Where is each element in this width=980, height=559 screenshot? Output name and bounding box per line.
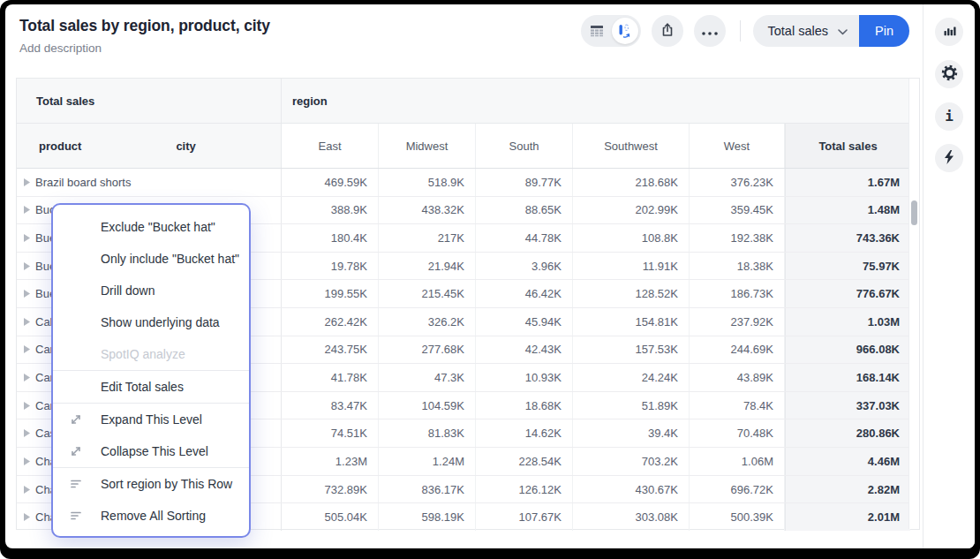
value-cell[interactable]: 277.68K (379, 336, 476, 364)
caret-right-icon[interactable] (24, 457, 30, 465)
caret-right-icon[interactable] (24, 290, 30, 298)
value-cell[interactable]: 388.9K (282, 197, 379, 224)
value-cell[interactable]: 966.08K (785, 336, 910, 364)
value-cell[interactable]: 45.94K (476, 308, 573, 336)
value-cell[interactable]: 430.67K (573, 476, 690, 503)
value-cell[interactable]: 4.46M (785, 448, 910, 475)
value-cell[interactable]: 51.89K (573, 392, 690, 419)
column-header-east[interactable]: East (282, 124, 379, 168)
value-cell[interactable]: 218.68K (573, 169, 690, 196)
value-cell[interactable]: 41.78K (282, 364, 379, 391)
value-cell[interactable]: 1.03M (785, 308, 910, 336)
value-cell[interactable]: 518.9K (379, 169, 476, 196)
value-cell[interactable]: 303.08K (573, 503, 690, 531)
caret-right-icon[interactable] (24, 318, 30, 326)
value-cell[interactable]: 505.04K (282, 503, 379, 531)
value-cell[interactable]: 168.14K (785, 364, 910, 391)
value-cell[interactable]: 88.65K (476, 197, 573, 224)
row-dimension-product[interactable]: product (39, 140, 81, 153)
change-visualization-icon[interactable] (612, 18, 638, 44)
value-cell[interactable]: 128.52K (573, 280, 690, 307)
value-cell[interactable]: 39.4K (573, 419, 690, 447)
scrollbar-thumb[interactable] (911, 200, 917, 225)
value-cell[interactable]: 262.42K (282, 308, 379, 336)
value-cell[interactable]: 10.93K (476, 364, 573, 391)
caret-right-icon[interactable] (24, 206, 30, 214)
menu-item-drill-down[interactable]: Drill down (53, 275, 249, 306)
value-cell[interactable]: 18.68K (476, 392, 573, 419)
info-panel-button[interactable]: i (935, 102, 963, 131)
value-cell[interactable]: 2.01M (785, 503, 910, 531)
value-cell[interactable]: 104.59K (379, 392, 476, 419)
value-cell[interactable]: 228.54K (476, 448, 573, 475)
menu-item-expand-this-level[interactable]: Expand This Level (53, 404, 249, 435)
value-cell[interactable]: 280.86K (785, 419, 910, 447)
value-cell[interactable]: 359.45K (690, 197, 785, 224)
value-cell[interactable]: 44.78K (476, 224, 573, 252)
column-dimension-header[interactable]: region (282, 79, 919, 123)
value-cell[interactable]: 107.67K (476, 503, 573, 531)
menu-item-exclude-bucket-hat[interactable]: Exclude "Bucket hat" (53, 211, 249, 243)
value-cell[interactable]: 154.81K (573, 308, 690, 336)
value-cell[interactable]: 244.69K (690, 336, 785, 364)
value-cell[interactable]: 74.51K (282, 419, 379, 447)
value-cell[interactable]: 75.97K (785, 253, 910, 280)
value-cell[interactable]: 217K (379, 224, 476, 252)
value-cell[interactable]: 186.73K (690, 280, 785, 307)
value-cell[interactable]: 18.38K (690, 253, 785, 280)
column-header-west[interactable]: West (690, 124, 785, 168)
caret-right-icon[interactable] (24, 234, 30, 242)
value-cell[interactable]: 776.67K (785, 280, 910, 307)
value-cell[interactable]: 78.4K (690, 392, 785, 419)
caret-right-icon[interactable] (24, 429, 30, 437)
caret-right-icon[interactable] (24, 262, 30, 270)
value-cell[interactable]: 199.55K (282, 280, 379, 307)
value-cell[interactable]: 89.77K (476, 169, 573, 196)
value-cell[interactable]: 438.32K (379, 197, 476, 224)
value-cell[interactable]: 243.75K (282, 336, 379, 364)
value-cell[interactable]: 11.91K (573, 253, 690, 280)
value-cell[interactable]: 1.06M (690, 448, 785, 475)
value-cell[interactable]: 696.72K (690, 476, 785, 503)
pin-button[interactable]: Pin (859, 15, 909, 47)
caret-right-icon[interactable] (24, 402, 30, 410)
value-cell[interactable]: 126.12K (476, 476, 573, 503)
share-button[interactable] (652, 15, 683, 47)
settings-panel-button[interactable] (935, 60, 963, 88)
value-cell[interactable]: 46.42K (476, 280, 573, 307)
measure-dropdown[interactable]: Total sales (753, 15, 859, 47)
spotiq-panel-button[interactable] (935, 144, 963, 172)
value-cell[interactable]: 469.59K (282, 169, 379, 196)
value-cell[interactable]: 732.89K (282, 476, 379, 503)
value-cell[interactable]: 47.3K (379, 364, 476, 391)
value-cell[interactable]: 157.53K (573, 336, 690, 364)
add-description[interactable]: Add description (19, 42, 270, 55)
value-cell[interactable]: 1.48M (785, 197, 910, 224)
value-cell[interactable]: 21.94K (379, 253, 476, 280)
value-cell[interactable]: 70.48K (690, 419, 785, 447)
vertical-scrollbar[interactable] (908, 79, 919, 529)
value-cell[interactable]: 180.4K (282, 224, 379, 252)
menu-item-remove-all-sorting[interactable]: Remove All Sorting (53, 500, 249, 532)
value-cell[interactable]: 19.78K (282, 253, 379, 280)
value-cell[interactable]: 1.67M (785, 169, 910, 196)
caret-right-icon[interactable] (24, 486, 30, 494)
value-cell[interactable]: 81.83K (379, 419, 476, 447)
value-cell[interactable]: 202.99K (573, 197, 690, 224)
caret-right-icon[interactable] (24, 374, 30, 381)
column-header-southwest[interactable]: Southwest (573, 124, 690, 168)
value-cell[interactable]: 598.19K (379, 503, 476, 531)
row-dimension-city[interactable]: city (176, 140, 195, 153)
menu-item-sort-region-by-this-row[interactable]: Sort region by This Row (53, 468, 249, 500)
column-header-total-sales[interactable]: Total sales (785, 124, 910, 168)
caret-right-icon[interactable] (24, 345, 30, 353)
menu-item-only-include-bucket-hat[interactable]: Only include "Bucket hat" (53, 243, 249, 275)
value-cell[interactable]: 83.47K (282, 392, 379, 419)
value-cell[interactable]: 3.96K (476, 253, 573, 280)
value-cell[interactable]: 703.2K (573, 448, 690, 475)
value-cell[interactable]: 500.39K (690, 503, 785, 531)
menu-item-edit-total-sales[interactable]: Edit Total sales (53, 371, 249, 403)
value-cell[interactable]: 215.45K (379, 280, 476, 307)
value-cell[interactable]: 24.24K (573, 364, 690, 391)
value-cell[interactable]: 1.24M (379, 448, 476, 475)
